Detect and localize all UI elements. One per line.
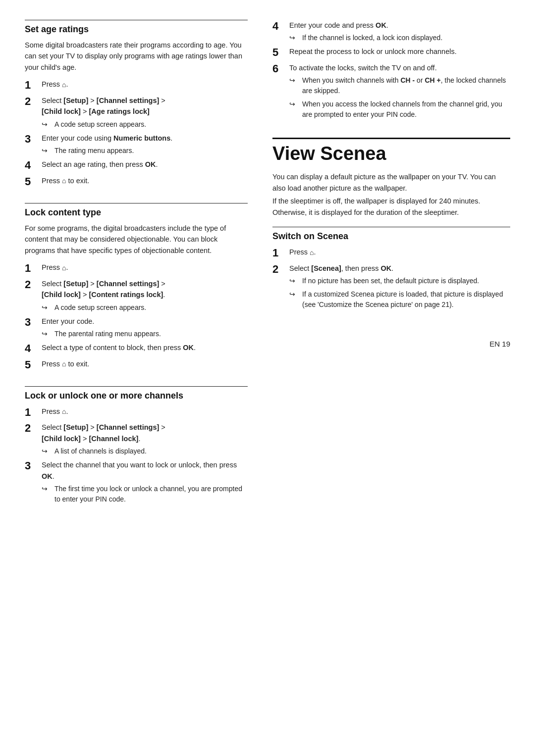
list-item: 3 Enter your code. ↪ The parental rating… bbox=[25, 316, 248, 339]
arrow-content: The first time you lock or unlock a chan… bbox=[54, 484, 248, 504]
sub-items: ↪ A code setup screen appears. bbox=[42, 119, 248, 130]
arrow-icon: ↪ bbox=[42, 329, 53, 339]
arrow-content: A code setup screen appears. bbox=[54, 302, 248, 313]
step-number: 5 bbox=[25, 175, 39, 188]
step-content: Select a type of content to block, then … bbox=[42, 342, 248, 353]
home-icon: ⌂ bbox=[62, 359, 66, 370]
view-scenea-section: View Scenea You can display a default pi… bbox=[272, 138, 510, 310]
set-age-ratings-title: Set age ratings bbox=[25, 24, 248, 35]
step-number: 2 bbox=[25, 95, 39, 108]
step-number: 4 bbox=[25, 342, 39, 355]
step-content: Select [Scenea], then press OK. ↪ If no … bbox=[289, 263, 510, 310]
list-item: 3 Enter your code using Numeric buttons.… bbox=[25, 133, 248, 156]
list-item: 5 Press ⌂ to exit. bbox=[25, 358, 248, 371]
step-number: 3 bbox=[25, 316, 39, 329]
arrow-content: If a customized Scenea picture is loaded… bbox=[302, 289, 510, 310]
switch-on-scenea-section: Switch on Scenea 1 Press ⌂. 2 Select [Sc… bbox=[272, 227, 510, 310]
lock-unlock-channels-list: 1 Press ⌂. 2 Select [Setup] > [Channel s… bbox=[25, 406, 248, 504]
step-content: Select [Setup] > [Channel settings] > [C… bbox=[42, 278, 248, 313]
list-item: 2 Select [Setup] > [Channel settings] > … bbox=[25, 422, 248, 456]
list-item: 1 Press ⌂. bbox=[25, 406, 248, 419]
list-item: 1 Press ⌂. bbox=[272, 247, 510, 259]
step-number: 6 bbox=[272, 62, 286, 75]
list-item: 3 Select the channel that you want to lo… bbox=[25, 459, 248, 504]
view-scenea-title: View Scenea bbox=[272, 138, 510, 164]
arrow-content: The parental rating menu appears. bbox=[54, 329, 248, 339]
arrow-icon: ↪ bbox=[42, 446, 53, 456]
step-content: Enter your code and press OK. ↪ If the c… bbox=[289, 20, 510, 43]
arrow-item: ↪ When you switch channels with CH - or … bbox=[289, 75, 510, 96]
step-content: Press ⌂. bbox=[42, 79, 248, 90]
arrow-item: ↪ A code setup screen appears. bbox=[42, 119, 248, 130]
arrow-item: ↪ When you access the locked channels fr… bbox=[289, 99, 510, 120]
list-item: 4 Select a type of content to block, the… bbox=[25, 342, 248, 355]
step-number: 4 bbox=[25, 159, 39, 172]
home-icon: ⌂ bbox=[62, 406, 66, 417]
arrow-item: ↪ A list of channels is displayed. bbox=[42, 446, 248, 456]
sub-items: ↪ The first time you lock or unlock a ch… bbox=[42, 484, 248, 504]
step-content: Select [Setup] > [Channel settings] > [C… bbox=[42, 422, 248, 456]
home-icon: ⌂ bbox=[310, 248, 314, 258]
home-icon: ⌂ bbox=[62, 263, 66, 274]
list-item: 1 Press ⌂. bbox=[25, 79, 248, 92]
sub-items: ↪ When you switch channels with CH - or … bbox=[289, 75, 510, 120]
lock-content-type-intro: For some programs, the digital broadcast… bbox=[25, 223, 248, 256]
step-number: 5 bbox=[25, 358, 39, 371]
switch-on-scenea-list: 1 Press ⌂. 2 Select [Scenea], then press… bbox=[272, 247, 510, 310]
continued-steps-list: 4 Enter your code and press OK. ↪ If the… bbox=[272, 20, 510, 120]
list-item: 5 Repeat the process to lock or unlock m… bbox=[272, 46, 510, 59]
arrow-item: ↪ The first time you lock or unlock a ch… bbox=[42, 484, 248, 504]
sub-items: ↪ If no picture has been set, the defaul… bbox=[289, 276, 510, 310]
home-icon: ⌂ bbox=[62, 80, 66, 91]
set-age-ratings-list: 1 Press ⌂. 2 Select [Setup] > [Channel s… bbox=[25, 79, 248, 188]
step-number: 3 bbox=[25, 133, 39, 146]
sub-items: ↪ A list of channels is displayed. bbox=[42, 446, 248, 456]
view-scenea-intro2: If the sleeptimer is off, the wallpaper … bbox=[272, 196, 510, 218]
step-number: 4 bbox=[272, 20, 286, 33]
step-content: Select the channel that you want to lock… bbox=[42, 459, 248, 504]
step-content: Enter your code using Numeric buttons. ↪… bbox=[42, 133, 248, 156]
sub-items: ↪ The rating menu appears. bbox=[42, 146, 248, 156]
arrow-content: A code setup screen appears. bbox=[54, 119, 248, 130]
set-age-ratings-intro: Some digital broadcasters rate their pro… bbox=[25, 40, 248, 73]
arrow-icon: ↪ bbox=[289, 276, 300, 286]
step-number: 1 bbox=[272, 247, 286, 259]
left-column: Set age ratings Some digital broadcaster… bbox=[25, 20, 268, 731]
lock-content-type-list: 1 Press ⌂. 2 Select [Setup] > [Channel s… bbox=[25, 262, 248, 371]
step-content: Press ⌂ to exit. bbox=[42, 175, 248, 187]
lock-unlock-channels-section: Lock or unlock one or more channels 1 Pr… bbox=[25, 386, 248, 504]
arrow-item: ↪ If no picture has been set, the defaul… bbox=[289, 276, 510, 286]
arrow-item: ↪ If the channel is locked, a lock icon … bbox=[289, 33, 510, 43]
list-item: 2 Select [Setup] > [Channel settings] > … bbox=[25, 95, 248, 130]
lock-content-type-section: Lock content type For some programs, the… bbox=[25, 203, 248, 371]
arrow-icon: ↪ bbox=[42, 119, 53, 130]
arrow-icon: ↪ bbox=[42, 302, 53, 313]
list-item: 6 To activate the locks, switch the TV o… bbox=[272, 62, 510, 120]
step-content: Press ⌂ to exit. bbox=[42, 358, 248, 370]
page: Set age ratings Some digital broadcaster… bbox=[0, 0, 535, 756]
list-item: 2 Select [Setup] > [Channel settings] > … bbox=[25, 278, 248, 313]
section-divider bbox=[25, 203, 248, 203]
step-content: Press ⌂. bbox=[289, 247, 510, 258]
arrow-item: ↪ A code setup screen appears. bbox=[42, 302, 248, 313]
step-number: 2 bbox=[25, 422, 39, 435]
arrow-item: ↪ The rating menu appears. bbox=[42, 146, 248, 156]
home-icon: ⌂ bbox=[62, 176, 66, 187]
page-number-area: EN 19 bbox=[272, 340, 510, 348]
step-number: 5 bbox=[272, 46, 286, 59]
lock-unlock-channels-title: Lock or unlock one or more channels bbox=[25, 391, 248, 401]
arrow-content: The rating menu appears. bbox=[54, 146, 248, 156]
step-number: 1 bbox=[25, 79, 39, 92]
continued-steps-section: 4 Enter your code and press OK. ↪ If the… bbox=[272, 20, 510, 120]
step-content: Repeat the process to lock or unlock mor… bbox=[289, 46, 510, 57]
arrow-content: A list of channels is displayed. bbox=[54, 446, 248, 456]
sub-items: ↪ A code setup screen appears. bbox=[42, 302, 248, 313]
step-number: 2 bbox=[25, 278, 39, 291]
arrow-content: When you switch channels with CH - or CH… bbox=[302, 75, 510, 96]
list-item: 2 Select [Scenea], then press OK. ↪ If n… bbox=[272, 263, 510, 310]
step-content: Press ⌂. bbox=[42, 406, 248, 417]
arrow-content: If no picture has been set, the default … bbox=[302, 276, 510, 286]
step-content: To activate the locks, switch the TV on … bbox=[289, 62, 510, 120]
section-divider bbox=[272, 227, 510, 227]
arrow-icon: ↪ bbox=[289, 99, 300, 109]
